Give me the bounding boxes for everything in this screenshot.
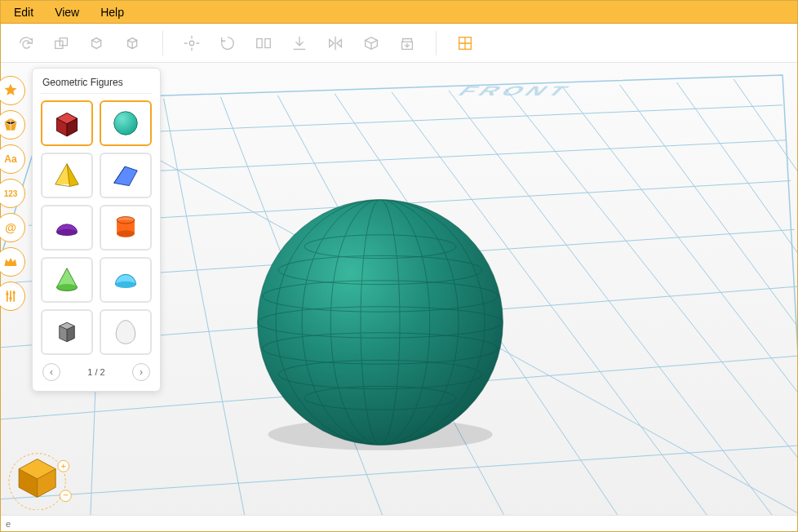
svg-text:−: − (63, 490, 69, 501)
mirror-button[interactable] (323, 31, 348, 55)
toolbar-separator (436, 31, 437, 55)
ungroup-button[interactable] (122, 31, 146, 55)
placed-sphere[interactable] (250, 192, 511, 453)
star-tool[interactable] (0, 76, 25, 105)
text-tool[interactable]: Aa (0, 144, 25, 174)
polyhedron-tool[interactable] (0, 110, 25, 140)
shape-pyramid[interactable] (41, 153, 93, 198)
export-button[interactable] (395, 31, 419, 55)
svg-text:FRONT: FRONT (454, 83, 577, 98)
svg-rect-1 (60, 38, 67, 45)
shape-egg[interactable] (100, 309, 152, 355)
svg-point-32 (117, 230, 135, 237)
svg-point-26 (9, 297, 11, 299)
shape-cone[interactable] (41, 257, 93, 303)
grid-toggle-button[interactable] (453, 31, 477, 55)
symbol-tool[interactable]: @ (0, 213, 25, 242)
group-button[interactable] (50, 31, 74, 55)
svg-point-29 (56, 229, 77, 236)
shape-hemisphere[interactable] (100, 257, 152, 303)
pager-label: 1 / 2 (87, 367, 104, 377)
status-bar: e (1, 515, 797, 531)
menu-edit[interactable]: Edit (14, 6, 33, 19)
pager-next[interactable]: › (132, 363, 150, 381)
duplicate-button[interactable] (86, 31, 110, 55)
view-cube[interactable]: + − (4, 446, 78, 510)
toolbar (1, 24, 797, 63)
tool-rail: Aa 123 @ (1, 76, 30, 311)
svg-point-35 (115, 282, 135, 288)
cube-fill-button[interactable] (359, 31, 383, 55)
snap-button[interactable] (180, 31, 204, 55)
panel-pager: ‹ 1 / 2 › (41, 363, 152, 381)
svg-text:+: + (61, 462, 66, 471)
svg-point-27 (13, 291, 16, 294)
shape-cube[interactable] (41, 100, 93, 146)
toolbar-separator (162, 31, 163, 55)
svg-point-28 (114, 112, 138, 135)
shape-cylinder[interactable] (100, 205, 152, 250)
pager-prev[interactable]: ‹ (42, 363, 60, 381)
number-tool[interactable]: 123 (0, 179, 25, 208)
flip-button[interactable] (251, 31, 276, 55)
download-button[interactable] (287, 31, 312, 55)
svg-rect-3 (257, 38, 262, 47)
panel-title: Geometric Figures (41, 75, 152, 94)
shape-sphere[interactable] (100, 100, 152, 146)
menubar: Edit View Help (1, 1, 797, 24)
shape-prism[interactable] (100, 153, 152, 198)
svg-rect-0 (55, 41, 63, 48)
crown-tool[interactable] (0, 247, 25, 277)
svg-rect-4 (265, 38, 270, 47)
status-text: e (6, 519, 11, 529)
shape-half-dome[interactable] (41, 205, 93, 250)
shape-hex-prism[interactable] (41, 309, 93, 355)
shapes-panel: Geometric Figures (32, 68, 161, 392)
front-label: FRONT (454, 83, 577, 98)
svg-point-2 (189, 41, 194, 46)
menu-view[interactable]: View (55, 6, 79, 19)
svg-point-9 (258, 200, 503, 446)
redo-button[interactable] (14, 31, 38, 55)
menu-help[interactable]: Help (100, 6, 124, 19)
sliders-tool[interactable] (0, 282, 25, 311)
rotate-button[interactable] (215, 31, 240, 55)
svg-point-25 (6, 293, 8, 295)
